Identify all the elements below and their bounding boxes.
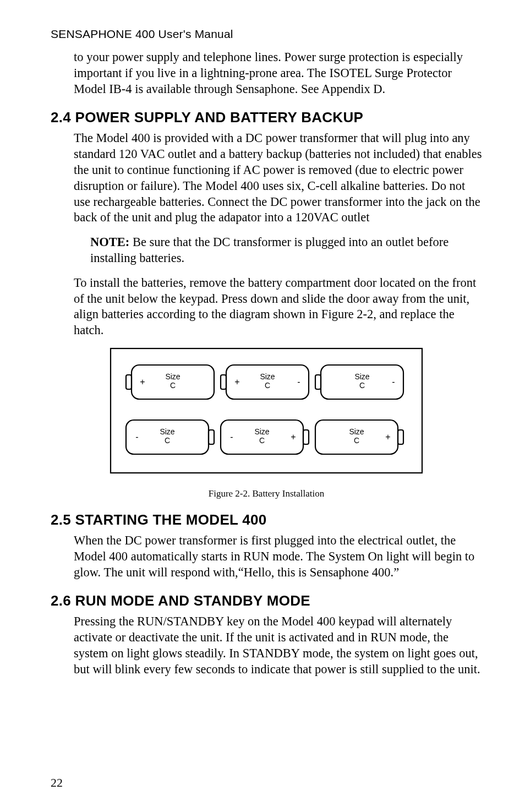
s24-note: NOTE: Be sure that the DC transformer is… <box>90 235 482 266</box>
svg-text:C: C <box>265 381 270 390</box>
svg-text:Size: Size <box>260 372 275 381</box>
battery-cell-4: - Size C <box>126 420 214 454</box>
page: SENSAPHONE 400 User's Manual to your pow… <box>0 0 525 812</box>
s25-p1: When the DC power transformer is first p… <box>74 533 482 580</box>
svg-text:C: C <box>354 436 359 445</box>
page-number: 22 <box>51 776 63 790</box>
battery-diagram: + Size C + Size C - Size C - <box>110 347 423 474</box>
svg-rect-2 <box>126 375 132 389</box>
svg-text:Size: Size <box>165 372 180 381</box>
s26-p1: Pressing the RUN/STANDBY key on the Mode… <box>74 614 482 677</box>
s24-p1: The Model 400 is provided with a DC powe… <box>74 130 482 226</box>
intro-paragraph: to your power supply and telephone lines… <box>74 50 482 97</box>
figure-caption: Figure 2-2. Battery Installation <box>51 488 482 499</box>
svg-rect-7 <box>221 375 226 389</box>
svg-text:-: - <box>135 432 138 442</box>
svg-text:Size: Size <box>160 427 174 436</box>
svg-rect-29 <box>398 430 403 444</box>
svg-text:C: C <box>165 436 170 445</box>
battery-svg: + Size C + Size C - Size C - <box>110 347 423 474</box>
svg-text:+: + <box>291 432 296 442</box>
svg-rect-18 <box>209 430 214 444</box>
svg-text:+: + <box>385 432 390 442</box>
s24-p2: To install the batteries, remove the bat… <box>74 275 482 339</box>
battery-cell-2: + Size C - <box>221 365 309 399</box>
note-body: Be sure that the DC transformer is plugg… <box>90 235 449 265</box>
svg-text:Size: Size <box>254 427 269 436</box>
svg-text:C: C <box>259 436 265 445</box>
svg-text:+: + <box>140 377 145 386</box>
running-head: SENSAPHONE 400 User's Manual <box>51 28 482 41</box>
heading-2-5: 2.5 STARTING THE MODEL 400 <box>51 511 482 528</box>
svg-rect-23 <box>303 430 309 444</box>
svg-text:-: - <box>297 377 300 386</box>
svg-rect-13 <box>315 375 321 389</box>
svg-text:Size: Size <box>354 372 369 381</box>
svg-text:-: - <box>230 432 233 442</box>
battery-cell-3: Size C - <box>315 365 403 399</box>
svg-text:C: C <box>359 381 365 390</box>
heading-2-4: 2.4 POWER SUPPLY AND BATTERY BACKUP <box>51 109 482 126</box>
note-label: NOTE: <box>90 235 129 249</box>
svg-text:Size: Size <box>349 427 364 436</box>
battery-cell-1: + Size C <box>126 365 214 399</box>
battery-cell-5: - Size C + <box>221 420 309 454</box>
battery-cell-6: Size C + <box>315 420 403 454</box>
heading-2-6: 2.6 RUN MODE AND STANDBY MODE <box>51 592 482 609</box>
svg-text:C: C <box>170 381 176 390</box>
svg-text:+: + <box>234 377 239 386</box>
svg-text:-: - <box>392 377 395 386</box>
